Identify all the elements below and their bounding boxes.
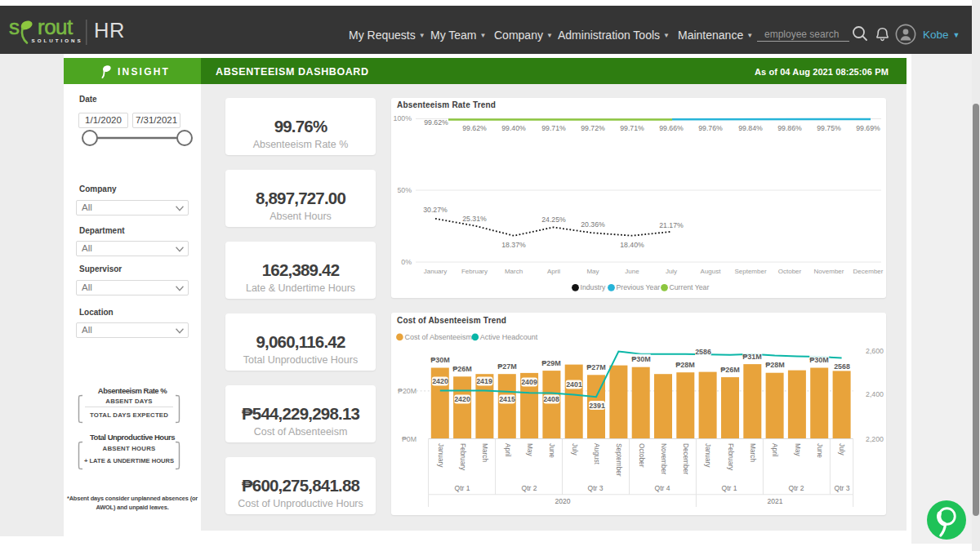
- svg-text:99.76%: 99.76%: [698, 124, 723, 132]
- svg-text:2419: 2419: [476, 377, 492, 385]
- svg-text:₱31M: ₱31M: [742, 353, 762, 361]
- svg-text:2,200: 2,200: [866, 435, 884, 443]
- svg-text:₱26M: ₱26M: [720, 366, 740, 374]
- svg-text:2408: 2408: [543, 395, 559, 403]
- svg-text:September: September: [615, 443, 623, 477]
- svg-text:January: January: [437, 443, 445, 468]
- svg-text:2586: 2586: [695, 348, 711, 356]
- svg-text:50%: 50%: [397, 186, 412, 194]
- svg-text:TOTAL DAYS EXPECTED: TOTAL DAYS EXPECTED: [90, 411, 168, 419]
- svg-text:June: June: [816, 443, 824, 458]
- svg-text:February: February: [461, 268, 488, 275]
- svg-text:₱28M: ₱28M: [765, 361, 785, 369]
- svg-text:August: August: [701, 268, 722, 275]
- svg-text:Active Headcount: Active Headcount: [480, 333, 538, 341]
- svg-text:Qtr 4: Qtr 4: [655, 484, 670, 492]
- svg-text:2,400: 2,400: [866, 390, 884, 398]
- svg-text:April: April: [504, 443, 512, 457]
- svg-text:January: January: [704, 443, 712, 468]
- svg-text:Qtr 1: Qtr 1: [455, 484, 470, 492]
- svg-text:November: November: [814, 268, 844, 275]
- svg-text:July: July: [838, 443, 846, 456]
- svg-text:Cost of Absenteeism Trend: Cost of Absenteeism Trend: [397, 316, 506, 325]
- svg-text:2415: 2415: [499, 395, 515, 403]
- svg-text:Qtr 2: Qtr 2: [789, 484, 804, 492]
- svg-text:Qtr 3: Qtr 3: [588, 484, 604, 492]
- svg-text:SOLUTIONS: SOLUTIONS: [32, 38, 83, 43]
- svg-text:HR: HR: [94, 19, 125, 42]
- svg-text:January: January: [424, 268, 447, 275]
- svg-text:July: July: [666, 268, 677, 275]
- svg-text:30.27%: 30.27%: [423, 206, 448, 214]
- svg-text:99.71%: 99.71%: [620, 124, 644, 132]
- svg-text:₱30M: ₱30M: [430, 356, 450, 364]
- svg-text:March: March: [749, 443, 757, 462]
- svg-text:₱20M: ₱20M: [398, 387, 416, 395]
- svg-text:Current Year: Current Year: [670, 283, 710, 291]
- svg-text:20.36%: 20.36%: [581, 220, 605, 229]
- svg-text:99.86%: 99.86%: [777, 124, 802, 132]
- svg-text:February: February: [727, 443, 735, 471]
- svg-text:December: December: [853, 268, 884, 275]
- svg-text:24.25%: 24.25%: [541, 216, 566, 224]
- svg-text:99.75%: 99.75%: [817, 124, 841, 132]
- svg-text:May: May: [794, 443, 802, 457]
- svg-text:2409: 2409: [521, 378, 537, 386]
- svg-text:2401: 2401: [566, 380, 582, 389]
- svg-text:Previous Year: Previous Year: [617, 283, 661, 291]
- svg-text:₱27M: ₱27M: [497, 362, 517, 371]
- svg-text:Absenteeism Rate Trend: Absenteeism Rate Trend: [397, 100, 496, 109]
- svg-text:July: July: [571, 443, 579, 456]
- svg-text:99.62%: 99.62%: [424, 118, 448, 127]
- svg-text:2021: 2021: [768, 497, 783, 505]
- svg-text:June: June: [625, 268, 639, 275]
- svg-text:May: May: [526, 443, 534, 457]
- svg-text:21.17%: 21.17%: [659, 221, 684, 229]
- svg-text:November: November: [660, 443, 668, 475]
- svg-text:2020: 2020: [555, 497, 571, 505]
- svg-text:September: September: [734, 268, 766, 275]
- svg-text:ABSENT DAYS: ABSENT DAYS: [105, 398, 152, 405]
- svg-text:rout: rout: [38, 16, 74, 39]
- svg-text:ABSENT HOURS: ABSENT HOURS: [103, 445, 156, 452]
- svg-text:s: s: [9, 16, 20, 39]
- svg-text:Qtr 3: Qtr 3: [835, 484, 850, 492]
- svg-text:₱26M: ₱26M: [452, 365, 472, 373]
- svg-text:+ LATE & UNDERTIME HOURS: + LATE & UNDERTIME HOURS: [84, 457, 174, 464]
- svg-text:May: May: [586, 268, 599, 275]
- svg-text:99.62%: 99.62%: [462, 124, 487, 132]
- svg-text:₱30M: ₱30M: [631, 355, 651, 363]
- svg-text:99.66%: 99.66%: [659, 124, 684, 132]
- svg-text:₱0M: ₱0M: [402, 435, 416, 443]
- svg-text:March: March: [505, 268, 523, 275]
- svg-text:August: August: [593, 443, 601, 465]
- svg-text:18.40%: 18.40%: [620, 241, 644, 249]
- svg-text:April: April: [771, 443, 779, 457]
- svg-text:2,600: 2,600: [866, 347, 884, 355]
- svg-text:October: October: [638, 443, 646, 468]
- svg-text:June: June: [548, 443, 556, 458]
- svg-text:₱30M: ₱30M: [809, 356, 829, 364]
- svg-text:99.69%: 99.69%: [856, 124, 880, 132]
- svg-text:2420: 2420: [432, 377, 448, 385]
- svg-text:March: March: [481, 443, 489, 462]
- svg-text:0%: 0%: [401, 258, 412, 266]
- svg-text:February: February: [459, 443, 467, 471]
- svg-text:99.40%: 99.40%: [501, 124, 526, 132]
- svg-text:100%: 100%: [394, 114, 412, 122]
- svg-text:25.31%: 25.31%: [462, 215, 487, 223]
- svg-text:99.84%: 99.84%: [738, 124, 763, 132]
- svg-text:Cost of Absenteeism: Cost of Absenteeism: [404, 333, 472, 341]
- svg-text:₱27M: ₱27M: [586, 363, 606, 371]
- svg-text:Qtr 1: Qtr 1: [722, 484, 737, 492]
- svg-text:2568: 2568: [834, 362, 850, 371]
- svg-text:18.37%: 18.37%: [501, 241, 526, 249]
- svg-text:Qtr 2: Qtr 2: [522, 484, 537, 492]
- svg-text:99.71%: 99.71%: [541, 124, 566, 132]
- svg-text:2420: 2420: [454, 395, 470, 403]
- svg-text:₱28M: ₱28M: [675, 361, 695, 369]
- svg-text:April: April: [547, 268, 560, 275]
- svg-text:99.72%: 99.72%: [581, 124, 605, 132]
- svg-text:2391: 2391: [589, 402, 605, 410]
- svg-text:October: October: [778, 268, 802, 275]
